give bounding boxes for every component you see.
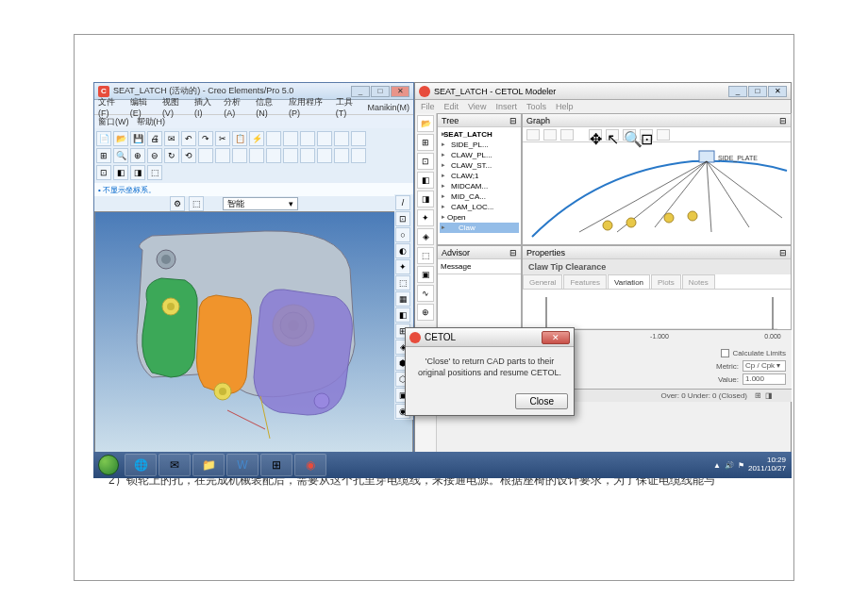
- calc-limits-checkbox[interactable]: [721, 349, 729, 357]
- taskbar-word[interactable]: W: [226, 454, 259, 476]
- cetol-titlebar[interactable]: SEAT_LATCH - CETOL Modeler _ □ ✕: [415, 83, 791, 100]
- tool-d[interactable]: [317, 131, 332, 146]
- licon-10[interactable]: ∿: [417, 285, 434, 302]
- licon-7[interactable]: ◈: [417, 228, 434, 245]
- tool-k[interactable]: ↻: [164, 148, 179, 163]
- menu-window[interactable]: 窗口(W): [98, 116, 129, 128]
- rtool-6[interactable]: ⬚: [395, 275, 410, 290]
- tab-plots[interactable]: Plots: [651, 274, 681, 289]
- tool-h[interactable]: 🔍: [113, 148, 128, 163]
- taskbar-ie[interactable]: 🌐: [125, 454, 157, 476]
- tool-i[interactable]: ⊕: [130, 148, 145, 163]
- tool-o[interactable]: [232, 148, 247, 163]
- tool-e[interactable]: [334, 131, 349, 146]
- tool-print[interactable]: 🖨: [147, 131, 162, 146]
- licon-11[interactable]: ⊕: [417, 304, 434, 321]
- tray-flag-icon[interactable]: ⚑: [738, 461, 744, 470]
- taskbar-app[interactable]: ⊞: [260, 454, 292, 476]
- taskbar-explorer[interactable]: 📁: [192, 454, 225, 476]
- tree-item[interactable]: MIDCAM...: [440, 181, 519, 191]
- tool-save[interactable]: 💾: [130, 131, 145, 146]
- tree-root[interactable]: SEAT_LATCH: [440, 129, 519, 140]
- tree-item[interactable]: CAM_LOC...: [440, 202, 519, 212]
- licon-6[interactable]: ✦: [417, 209, 434, 226]
- licon-2[interactable]: ⊞: [417, 134, 434, 151]
- dialog-close-button[interactable]: Close: [515, 393, 568, 409]
- tool-z[interactable]: ⬚: [147, 165, 162, 180]
- rtool-5[interactable]: ✦: [395, 259, 410, 274]
- rtool-1[interactable]: /: [395, 195, 410, 210]
- windows-taskbar[interactable]: 🌐 ✉ 📁 W ⊞ ◉ ▲ 🔊 ⚑ 10:29 2011/10/27: [93, 452, 792, 478]
- tool-new[interactable]: 📄: [96, 131, 111, 146]
- tool-u[interactable]: [334, 148, 349, 163]
- licon-1[interactable]: 📂: [417, 115, 434, 132]
- tab-features[interactable]: Features: [563, 274, 607, 289]
- tool-t[interactable]: [317, 148, 332, 163]
- cmenu-help[interactable]: Help: [556, 102, 574, 111]
- tool-undo[interactable]: ↶: [181, 131, 196, 146]
- tray-network-icon[interactable]: 🔊: [725, 461, 734, 470]
- system-tray[interactable]: ▲ 🔊 ⚑ 10:29 2011/10/27: [713, 456, 792, 473]
- tree-items[interactable]: SEAT_LATCH SIDE_PL... CLAW_PL... CLAW_ST…: [438, 127, 521, 235]
- tool-j[interactable]: ⊖: [147, 148, 162, 163]
- cmenu-view[interactable]: View: [468, 102, 486, 111]
- tree-item[interactable]: MID_CA...: [440, 191, 519, 202]
- cetol-maximize[interactable]: □: [748, 86, 767, 97]
- menu-view[interactable]: 视图(V): [162, 96, 187, 118]
- gtool-move[interactable]: ✥: [589, 129, 602, 141]
- close-button[interactable]: ✕: [391, 86, 409, 97]
- tab-variation[interactable]: Variation: [608, 274, 650, 289]
- tool-q[interactable]: [266, 148, 281, 163]
- tool-r[interactable]: [283, 148, 298, 163]
- rtool-8[interactable]: ◧: [395, 307, 410, 323]
- gtool-pointer[interactable]: ↖: [606, 129, 619, 141]
- menu-info[interactable]: 信息(N): [256, 96, 281, 118]
- menu-tools[interactable]: 工具(T): [336, 96, 360, 118]
- tool-cut[interactable]: ✂: [215, 131, 230, 146]
- graph-canvas[interactable]: SIDE_PLATE: [523, 142, 791, 244]
- cetol-minimize[interactable]: _: [728, 86, 747, 97]
- cmenu-edit[interactable]: Edit: [444, 102, 459, 111]
- start-button[interactable]: [93, 452, 124, 478]
- tool-mail[interactable]: ✉: [164, 131, 179, 146]
- minimize-button[interactable]: _: [351, 86, 370, 97]
- metric-select[interactable]: Cp / Cpk ▾: [743, 360, 786, 372]
- rtool-7[interactable]: ▦: [395, 291, 410, 307]
- rtool-3[interactable]: ○: [395, 227, 410, 242]
- cmenu-insert[interactable]: Insert: [495, 102, 517, 111]
- maximize-button[interactable]: □: [371, 86, 390, 97]
- menu-help[interactable]: 帮助(H): [137, 116, 166, 128]
- licon-9[interactable]: ▣: [417, 266, 434, 283]
- licon-5[interactable]: ◨: [417, 191, 434, 207]
- tool-w[interactable]: ⊡: [96, 165, 111, 180]
- tree-item-selected[interactable]: Claw: [440, 223, 519, 233]
- tool-copy[interactable]: 📋: [232, 131, 247, 146]
- tool-l[interactable]: ⟲: [181, 148, 196, 163]
- tab-general[interactable]: General: [523, 274, 562, 289]
- licon-4[interactable]: ◧: [417, 172, 434, 189]
- tray-icon[interactable]: ▲: [713, 461, 721, 470]
- taskbar-mail[interactable]: ✉: [159, 454, 191, 476]
- gtool-zoom[interactable]: 🔍: [623, 129, 636, 141]
- tool-a[interactable]: [266, 131, 281, 146]
- gtool-5[interactable]: [657, 129, 670, 141]
- taskbar-cetol[interactable]: ◉: [294, 454, 326, 476]
- licon-3[interactable]: ⊡: [417, 153, 434, 170]
- rtool-2[interactable]: ⊡: [395, 211, 410, 226]
- tool-s[interactable]: [300, 148, 315, 163]
- cmenu-tools[interactable]: Tools: [526, 102, 546, 111]
- status-icon-1[interactable]: ⊞: [755, 391, 761, 400]
- tool-v[interactable]: [351, 148, 366, 163]
- tool-g[interactable]: ⊞: [96, 148, 111, 163]
- status-icon-2[interactable]: ◨: [765, 391, 773, 400]
- tree-item[interactable]: CLAW_ST...: [440, 160, 519, 171]
- cetol-close[interactable]: ✕: [768, 86, 787, 97]
- tree-item-open[interactable]: Open: [440, 212, 519, 223]
- filter-icon2[interactable]: ⬚: [189, 196, 204, 211]
- menu-manikin[interactable]: Manikin(M): [367, 103, 409, 112]
- tool-x[interactable]: ◧: [113, 165, 128, 180]
- dialog-close-x[interactable]: ✕: [542, 331, 570, 344]
- gtool-1[interactable]: [526, 129, 540, 141]
- tree-item[interactable]: CLAW;1: [440, 171, 519, 181]
- tool-b[interactable]: [283, 131, 298, 146]
